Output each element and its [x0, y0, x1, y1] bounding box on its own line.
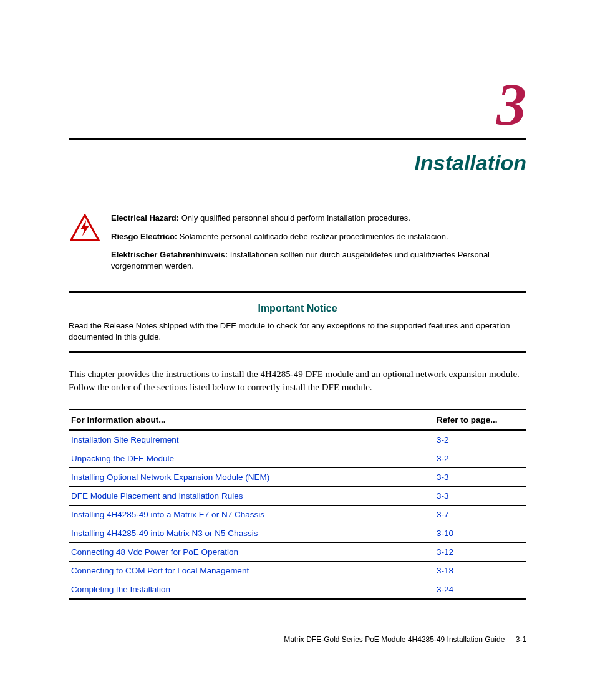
toc-link[interactable]: Installing Optional Network Expansion Mo… [71, 472, 269, 482]
table-row: Installing 4H4285-49 into a Matrix E7 or… [69, 506, 526, 524]
toc-page-link[interactable]: 3-18 [437, 566, 453, 575]
table-row: Completing the Installation 3-24 [69, 580, 526, 600]
toc-link[interactable]: Connecting 48 Vdc Power for PoE Operatio… [71, 547, 238, 557]
footer-title: Matrix DFE-Gold Series PoE Module 4H4285… [284, 635, 505, 644]
hazard-es-text: Solamente personal calificado debe reali… [180, 232, 448, 241]
hazard-de-label: Elektrischer Gefahrenhinweis: [111, 250, 228, 259]
toc-link[interactable]: Installing 4H4285-49 into Matrix N3 or N… [71, 529, 258, 538]
table-row: Connecting 48 Vdc Power for PoE Operatio… [69, 543, 526, 562]
table-row: Unpacking the DFE Module 3-2 [69, 449, 526, 468]
toc-link[interactable]: Completing the Installation [71, 585, 170, 594]
table-row: Installation Site Requirement 3-2 [69, 430, 526, 449]
page-footer: Matrix DFE-Gold Series PoE Module 4H4285… [284, 635, 526, 644]
hazard-en: Electrical Hazard: Only qualified person… [111, 213, 526, 224]
chapter-title: Installation [69, 151, 526, 175]
toc-page-link[interactable]: 3-7 [437, 510, 449, 519]
toc-table: For information about... Refer to page..… [69, 409, 526, 600]
chapter-intro: This chapter provides the instructions t… [69, 368, 526, 394]
toc-link[interactable]: Installation Site Requirement [71, 435, 179, 444]
hazard-de: Elektrischer Gefahrenhinweis: Installati… [111, 249, 526, 271]
hazard-block: Electrical Hazard: Only qualified person… [70, 213, 526, 279]
toc-page-link[interactable]: 3-2 [437, 435, 449, 444]
toc-link[interactable]: Unpacking the DFE Module [71, 454, 174, 463]
important-notice-body: Read the Release Notes shipped with the … [69, 320, 526, 342]
table-row: Installing Optional Network Expansion Mo… [69, 468, 526, 487]
toc-page-link[interactable]: 3-10 [437, 529, 453, 538]
toc-page-link[interactable]: 3-3 [437, 472, 449, 482]
hazard-en-text: Only qualified personnel should perform … [181, 213, 410, 223]
toc-header-page: Refer to page... [434, 410, 526, 430]
toc-header-info: For information about... [69, 410, 434, 430]
table-row: DFE Module Placement and Installation Ru… [69, 487, 526, 506]
notice-top-rule [69, 291, 526, 293]
hazard-es: Riesgo Electrico: Solamente personal cal… [111, 231, 526, 242]
hazard-en-label: Electrical Hazard: [111, 213, 179, 223]
toc-link[interactable]: Connecting to COM Port for Local Managem… [71, 566, 249, 575]
footer-page-number: 3-1 [516, 635, 526, 644]
important-notice-heading: Important Notice [69, 303, 526, 314]
notice-bottom-rule [69, 351, 526, 353]
chapter-number: 3 [69, 75, 526, 135]
toc-page-link[interactable]: 3-3 [437, 491, 449, 501]
title-rule [69, 138, 526, 140]
table-row: Connecting to COM Port for Local Managem… [69, 562, 526, 580]
hazard-es-label: Riesgo Electrico: [111, 232, 177, 241]
toc-page-link[interactable]: 3-2 [437, 454, 449, 463]
electrical-hazard-icon [70, 213, 100, 244]
table-row: Installing 4H4285-49 into Matrix N3 or N… [69, 524, 526, 543]
toc-link[interactable]: DFE Module Placement and Installation Ru… [71, 491, 243, 501]
toc-link[interactable]: Installing 4H4285-49 into a Matrix E7 or… [71, 510, 264, 519]
toc-page-link[interactable]: 3-12 [437, 547, 453, 557]
toc-page-link[interactable]: 3-24 [437, 585, 453, 594]
